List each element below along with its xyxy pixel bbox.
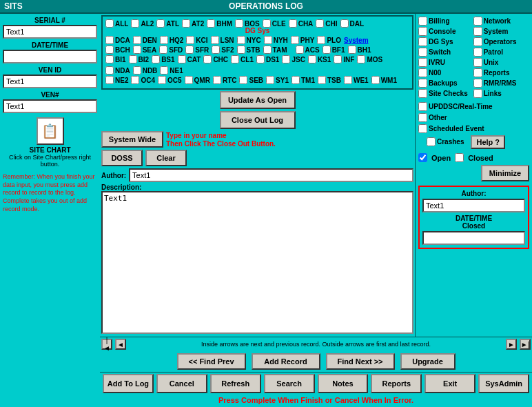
datetime-input[interactable]	[3, 50, 97, 63]
cb-nda[interactable]	[105, 66, 114, 75]
cb-system[interactable]	[473, 27, 482, 36]
cb-other[interactable]	[418, 113, 427, 122]
cb-bh1[interactable]	[348, 46, 356, 54]
cancel-button[interactable]: Cancel	[156, 374, 207, 393]
cb-open[interactable]	[418, 153, 427, 162]
cb-ivru[interactable]	[418, 58, 427, 67]
cb-atl[interactable]	[156, 19, 165, 28]
cb-lsn[interactable]	[211, 36, 219, 44]
cb-ne1[interactable]	[160, 66, 168, 75]
cb-al2[interactable]	[131, 19, 139, 28]
cb-switch[interactable]	[418, 48, 427, 57]
cb-qmr[interactable]	[185, 76, 193, 84]
cb-at2[interactable]	[182, 19, 190, 28]
sysadmin-button[interactable]: SysAdmin	[478, 374, 529, 393]
cb-ndb[interactable]	[133, 66, 141, 75]
cb-sfr[interactable]	[185, 46, 194, 54]
cb-cat[interactable]	[178, 55, 186, 63]
reports-button[interactable]: Reports	[371, 374, 422, 393]
cb-operators[interactable]	[473, 37, 482, 46]
nav-prev-button[interactable]: ◄	[115, 339, 126, 350]
refresh-button[interactable]: Refresh	[210, 374, 261, 393]
cb-bos[interactable]	[235, 19, 243, 28]
right-datetime-input[interactable]	[422, 231, 525, 245]
author-input[interactable]	[129, 168, 413, 182]
cb-sfd[interactable]	[159, 46, 167, 54]
cb-console[interactable]	[418, 27, 427, 36]
cb-backups[interactable]	[418, 79, 427, 88]
notes-button[interactable]: Notes	[318, 374, 369, 393]
cb-scheduled-event[interactable]	[418, 124, 427, 133]
right-author-input[interactable]	[422, 199, 525, 212]
cb-tsb[interactable]	[318, 76, 326, 84]
cb-phy[interactable]	[291, 36, 299, 44]
clear-button[interactable]: Clear	[145, 150, 187, 166]
cb-acs[interactable]	[296, 46, 304, 54]
cb-closed[interactable]	[455, 153, 464, 162]
cb-crashes[interactable]	[427, 137, 436, 146]
vennum-input[interactable]	[3, 99, 97, 113]
cb-bhm[interactable]	[207, 19, 215, 28]
cb-inf[interactable]	[334, 55, 342, 63]
description-textarea[interactable]: Text1	[101, 191, 413, 334]
cb-cha[interactable]	[289, 19, 297, 28]
cb-tm1[interactable]	[291, 76, 300, 84]
close-out-log-button[interactable]: Close Out Log	[220, 111, 296, 129]
exit-button[interactable]: Exit	[424, 374, 475, 393]
cb-links[interactable]	[473, 89, 482, 98]
cb-nyh[interactable]	[264, 36, 272, 44]
cb-ds1[interactable]	[256, 55, 265, 63]
doss-button[interactable]: DOSS	[101, 150, 143, 166]
nav-next-button[interactable]: ►	[506, 339, 517, 350]
cb-ks1[interactable]	[308, 55, 316, 63]
search-button[interactable]: Search	[264, 374, 315, 393]
add-record-button[interactable]: Add Record	[252, 353, 320, 370]
upgrade-button[interactable]: Upgrade	[400, 353, 456, 370]
minimize-button[interactable]: Minimize	[481, 165, 529, 181]
system-wide-button[interactable]: System Wide	[101, 131, 163, 148]
cb-tam[interactable]	[263, 46, 272, 54]
venid-input[interactable]	[3, 75, 97, 88]
cb-patrol[interactable]	[473, 48, 482, 57]
cb-upddsc[interactable]	[418, 102, 427, 111]
cb-we1[interactable]	[344, 76, 352, 84]
update-as-open-button[interactable]: Update As Open	[220, 91, 296, 109]
cb-rtc[interactable]	[213, 76, 221, 84]
cb-mos[interactable]	[357, 55, 365, 63]
cb-bi1[interactable]	[105, 55, 114, 63]
cb-chc[interactable]	[203, 55, 212, 63]
cb-den[interactable]	[133, 36, 141, 44]
cb-unix[interactable]	[473, 58, 482, 67]
cb-dal[interactable]	[340, 19, 349, 28]
cb-oc5[interactable]	[158, 76, 166, 84]
cb-chi[interactable]	[316, 19, 324, 28]
nav-first-button[interactable]: |◄	[101, 339, 112, 350]
cb-bi2[interactable]	[129, 55, 137, 63]
cb-bs1[interactable]	[152, 55, 160, 63]
find-next-button[interactable]: Find Next >>	[326, 353, 395, 370]
add-to-log-button[interactable]: Add To Log	[103, 374, 154, 393]
cb-rmr-rms[interactable]	[473, 79, 482, 88]
cb-all[interactable]	[105, 19, 114, 28]
find-prev-button[interactable]: << Find Prev	[177, 353, 246, 370]
cb-jsc[interactable]	[282, 55, 290, 63]
cb-billing[interactable]	[418, 17, 427, 26]
cb-sy1[interactable]	[266, 76, 274, 84]
cb-stb[interactable]	[237, 46, 245, 54]
cb-dg-sys[interactable]	[418, 37, 427, 46]
help-button[interactable]: Help ?	[471, 135, 505, 149]
site-chart-button[interactable]: 📋	[37, 117, 64, 145]
nav-last-button[interactable]: ►|	[520, 339, 531, 350]
cb-bch[interactable]	[105, 46, 114, 54]
cb-network[interactable]	[473, 17, 482, 26]
cb-nyc[interactable]	[237, 36, 245, 44]
cb-site-checks[interactable]	[418, 89, 427, 98]
cb-dca[interactable]	[105, 36, 114, 44]
cb-seb[interactable]	[239, 76, 247, 84]
cb-cl1[interactable]	[231, 55, 239, 63]
cb-wm1[interactable]	[371, 76, 380, 84]
cb-hq2[interactable]	[160, 36, 168, 44]
cb-bf1[interactable]	[323, 46, 331, 54]
cb-reports[interactable]	[473, 68, 482, 77]
cb-oc4[interactable]	[131, 76, 139, 84]
